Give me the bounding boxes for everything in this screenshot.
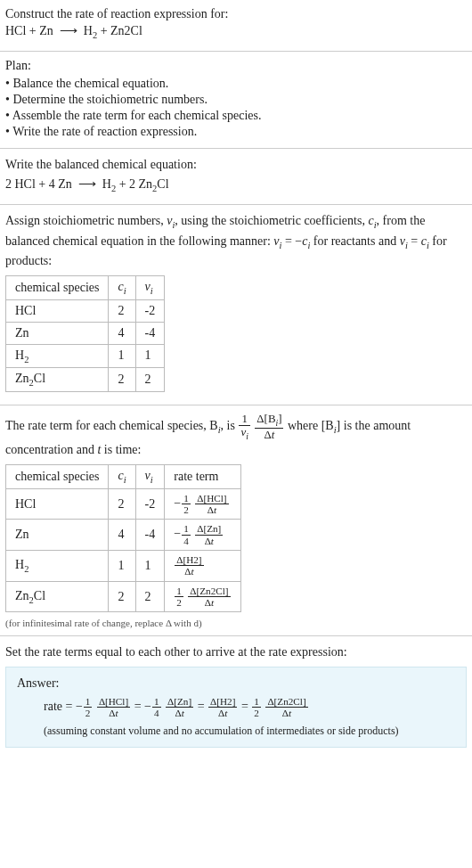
cell-vi: -4 bbox=[135, 322, 165, 344]
table-row: H2 1 1 Δ[H2]Δt bbox=[6, 551, 241, 582]
cell-ci: 2 bbox=[109, 368, 135, 392]
table-row: Zn2Cl 2 2 12 Δ[Zn2Cl]Δt bbox=[6, 581, 241, 612]
col-species: chemical species bbox=[6, 275, 109, 299]
plan-section: Plan: • Balance the chemical equation. •… bbox=[0, 52, 472, 149]
table-row: H2 1 1 bbox=[6, 344, 165, 368]
stoich-text: Assign stoichiometric numbers, νi, using… bbox=[5, 212, 467, 270]
rateterm-text-b: , is bbox=[221, 420, 239, 433]
plan-bullet: • Assemble the rate term for each chemic… bbox=[5, 109, 467, 123]
stoich-section: Assign stoichiometric numbers, νi, using… bbox=[0, 205, 472, 405]
cell-species: Zn bbox=[6, 520, 109, 551]
cell-ci: 2 bbox=[109, 488, 135, 520]
cell-ci: 2 bbox=[109, 581, 135, 612]
table-row: HCl 2 -2 bbox=[6, 299, 165, 322]
prompt-text: Construct the rate of reaction expressio… bbox=[5, 7, 467, 21]
cell-ci: 4 bbox=[109, 322, 135, 344]
prompt-section: Construct the rate of reaction expressio… bbox=[0, 0, 472, 52]
cell-vi: -2 bbox=[135, 488, 165, 520]
table-row: Zn2Cl 2 2 bbox=[6, 368, 165, 392]
prompt-equation: HCl + Zn ⟶ H2 + Zn2Cl bbox=[5, 23, 467, 40]
balanced-equation: 2 HCl + 4 Zn ⟶ H2 + 2 Zn2Cl bbox=[5, 176, 467, 193]
cell-vi: -2 bbox=[135, 299, 165, 322]
balanced-section: Write the balanced chemical equation: 2 … bbox=[0, 149, 472, 205]
rateterm-footnote: (for infinitesimal rate of change, repla… bbox=[5, 618, 467, 628]
final-text: Set the rate terms equal to each other t… bbox=[5, 643, 467, 661]
cell-vi: 1 bbox=[135, 551, 165, 582]
rateterm-text-e: is time: bbox=[101, 443, 141, 456]
rateterm-text-a: The rate term for each chemical species, bbox=[5, 420, 209, 433]
answer-label: Answer: bbox=[17, 676, 455, 691]
plan-bullet: • Balance the chemical equation. bbox=[5, 77, 467, 91]
answer-expression: rate = −12 Δ[HCl]Δt = −14 Δ[Zn]Δt = Δ[H2… bbox=[44, 696, 455, 719]
cell-ci: 2 bbox=[109, 299, 135, 322]
cell-species: H2 bbox=[6, 344, 109, 368]
cell-ci: 4 bbox=[109, 520, 135, 551]
cell-vi: -4 bbox=[135, 520, 165, 551]
col-vi: νi bbox=[135, 275, 165, 299]
plan-bullet: • Write the rate of reaction expression. bbox=[5, 125, 467, 139]
cell-rate: Δ[H2]Δt bbox=[165, 551, 240, 582]
col-species: chemical species bbox=[6, 465, 109, 489]
rateterm-table: chemical species ci νi rate term HCl 2 -… bbox=[5, 464, 241, 612]
rateterm-text-c: where bbox=[288, 420, 321, 433]
table-row: Zn 4 -4 bbox=[6, 322, 165, 344]
col-ci: ci bbox=[109, 275, 135, 299]
cell-species: H2 bbox=[6, 551, 109, 582]
cell-rate: 12 Δ[Zn2Cl]Δt bbox=[165, 581, 240, 612]
rateterm-section: The rate term for each chemical species,… bbox=[0, 405, 472, 636]
cell-species: HCl bbox=[6, 299, 109, 322]
cell-ci: 1 bbox=[109, 551, 135, 582]
cell-species: Zn2Cl bbox=[6, 581, 109, 612]
table-row: Zn 4 -4 −14 Δ[Zn]Δt bbox=[6, 520, 241, 551]
col-vi: νi bbox=[135, 465, 165, 489]
stoich-table: chemical species ci νi HCl 2 -2 Zn 4 -4 … bbox=[5, 275, 165, 392]
answer-box: Answer: rate = −12 Δ[HCl]Δt = −14 Δ[Zn]Δ… bbox=[5, 667, 467, 748]
cell-rate: −12 Δ[HCl]Δt bbox=[165, 488, 240, 520]
table-header-row: chemical species ci νi bbox=[6, 275, 165, 299]
cell-species: Zn2Cl bbox=[6, 368, 109, 392]
cell-species: Zn bbox=[6, 322, 109, 344]
rate-lead: rate = bbox=[44, 700, 76, 713]
cell-vi: 1 bbox=[135, 344, 165, 368]
cell-ci: 1 bbox=[109, 344, 135, 368]
stoich-text-a: Assign stoichiometric numbers, bbox=[5, 214, 167, 227]
cell-rate: −14 Δ[Zn]Δt bbox=[165, 520, 240, 551]
final-section: Set the rate terms equal to each other t… bbox=[0, 636, 472, 754]
col-rate: rate term bbox=[165, 465, 240, 489]
table-header-row: chemical species ci νi rate term bbox=[6, 465, 241, 489]
table-row: HCl 2 -2 −12 Δ[HCl]Δt bbox=[6, 488, 241, 520]
col-ci: ci bbox=[109, 465, 135, 489]
cell-species: HCl bbox=[6, 488, 109, 520]
plan-bullet: • Determine the stoichiometric numbers. bbox=[5, 93, 467, 107]
answer-note: (assuming constant volume and no accumul… bbox=[44, 725, 455, 738]
cell-vi: 2 bbox=[135, 368, 165, 392]
stoich-text-b: , using the stoichiometric coefficients, bbox=[175, 214, 368, 227]
balanced-text: Write the balanced chemical equation: bbox=[5, 156, 467, 174]
rateterm-text: The rate term for each chemical species,… bbox=[5, 413, 467, 459]
cell-vi: 2 bbox=[135, 581, 165, 612]
stoich-text-d: for reactants and bbox=[310, 234, 399, 248]
plan-heading: Plan: bbox=[5, 59, 467, 73]
